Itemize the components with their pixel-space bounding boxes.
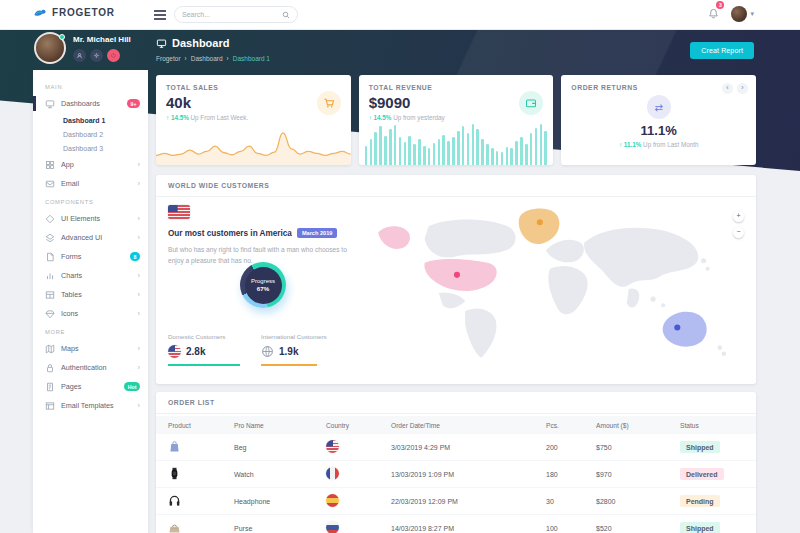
search-input[interactable]	[182, 11, 282, 18]
table-row: Watch13/03/2019 1:09 PM180$970Delivered	[156, 461, 756, 488]
revenue-bar	[389, 129, 392, 165]
map-country-usa	[424, 259, 496, 291]
sidebar-item-app[interactable]: App›	[33, 155, 148, 174]
revenue-bar	[525, 144, 528, 165]
order-date: 3/03/2019 4:29 PM	[391, 444, 546, 451]
sidebar-subitem-dashboard-1[interactable]: Dashboard 1	[33, 113, 148, 127]
layers-icon	[45, 233, 55, 243]
topbar-actions: 3 ▾	[708, 5, 754, 23]
revenue-bar	[515, 141, 518, 165]
breadcrumb-item[interactable]: Frogetor	[156, 55, 181, 62]
column-header-order-date-time: Order Date/Time	[391, 422, 546, 429]
notifications-button[interactable]: 3	[708, 5, 719, 23]
sidebar-item-authentication[interactable]: Authentication›	[33, 358, 148, 377]
map-zoom-out-button[interactable]: −	[733, 227, 744, 238]
search-box	[174, 6, 298, 23]
chevron-down-icon[interactable]: ▾	[750, 10, 754, 18]
status-badge: Delivered	[680, 468, 724, 480]
online-status-dot	[59, 34, 65, 40]
grid-icon	[45, 160, 55, 170]
sidebar-item-maps[interactable]: Maps›	[33, 339, 148, 358]
sidebar-item-label: Charts	[61, 271, 132, 280]
revenue-bar	[476, 129, 479, 165]
cart-icon	[323, 97, 335, 109]
page-header: Dashboard Frogetor›Dashboard›Dashboard 1	[156, 37, 270, 62]
sidebar-item-ui-elements[interactable]: UI Elements›	[33, 209, 148, 228]
amount-value: $970	[596, 471, 680, 478]
revenue-bar	[501, 152, 504, 165]
map-icon	[45, 344, 55, 354]
chevron-right-icon: ›	[138, 160, 141, 169]
sidebar-badge: 9+	[127, 99, 140, 108]
sidebar-nav: MAINDashboards9+Dashboard 1Dashboard 2Da…	[33, 70, 148, 533]
table-icon	[45, 290, 55, 300]
map-country-australia	[663, 312, 707, 347]
page-title: Dashboard	[172, 37, 229, 49]
bell-icon	[708, 8, 719, 19]
order-returns-card: ORDER RETURNS ‹ › ⇄ 11.1% ↑ 11.1% Up fro…	[561, 75, 756, 165]
sidebar-item-dashboards[interactable]: Dashboards9+	[33, 94, 148, 113]
create-report-button[interactable]: Creat Report	[690, 42, 754, 59]
user-avatar-small[interactable]	[731, 6, 747, 22]
world-map-svg	[368, 203, 742, 371]
sidebar-item-forms[interactable]: Forms8	[33, 247, 148, 266]
revenue-bar	[423, 146, 426, 165]
sidebar-item-tables[interactable]: Tables›	[33, 285, 148, 304]
map-country-alaska	[378, 226, 410, 249]
sidebar-subitem-dashboard-3[interactable]: Dashboard 3	[33, 141, 148, 155]
world-heading: Our most customers in America	[168, 229, 292, 238]
diamond-icon	[45, 214, 55, 224]
user-avatar-large[interactable]	[34, 32, 66, 64]
revenue-bar	[428, 148, 431, 165]
product-name: Beg	[234, 444, 326, 451]
revenue-bar	[544, 131, 547, 165]
order-table-header: ProductPro NameCountryOrder Date/TimePcs…	[156, 416, 756, 434]
sidebar-item-label: Email Templates	[61, 401, 132, 410]
sidebar-section-label: MAIN	[33, 78, 148, 94]
dashboard-page: FROGETOR 3 ▾	[0, 0, 800, 533]
profile-button[interactable]	[73, 49, 86, 62]
column-header-amount-: Amount ($)	[596, 422, 680, 429]
breadcrumb-item[interactable]: Dashboard 1	[233, 55, 270, 62]
top-navbar: FROGETOR 3 ▾	[0, 0, 800, 30]
breadcrumb-item[interactable]: Dashboard	[191, 55, 223, 62]
chevron-right-icon: ›	[138, 344, 141, 353]
sidebar-item-pages[interactable]: PagesHot	[33, 377, 148, 396]
sidebar-item-label: Maps	[61, 344, 132, 353]
chevron-right-icon: ›	[138, 233, 141, 242]
logout-button[interactable]	[107, 49, 120, 62]
prev-arrow-button[interactable]: ‹	[722, 83, 733, 94]
revenue-bar	[433, 143, 436, 165]
chevron-right-icon: ›	[138, 363, 141, 372]
revenue-bar	[404, 142, 407, 165]
world-wide-customers-panel: WORLD WIDE CUSTOMERS Our most customers …	[156, 175, 756, 384]
watch-icon	[168, 467, 234, 481]
sidebar-item-email-templates[interactable]: Email Templates›	[33, 396, 148, 415]
revenue-bar	[510, 148, 513, 165]
person-icon	[76, 52, 83, 59]
sidebar-item-email[interactable]: Email›	[33, 174, 148, 193]
revenue-bar	[374, 132, 377, 165]
brand-logo[interactable]: FROGETOR	[33, 7, 115, 18]
bag-icon	[168, 440, 234, 454]
sidebar-item-advanced-ui[interactable]: Advanced UI›	[33, 228, 148, 247]
sales-sparkline-chart	[156, 127, 351, 165]
product-name: Headphone	[234, 498, 326, 505]
sidebar-subitem-dashboard-2[interactable]: Dashboard 2	[33, 127, 148, 141]
sidebar-item-icons[interactable]: Icons›	[33, 304, 148, 323]
pcs-value: 100	[546, 525, 596, 532]
map-zoom-in-button[interactable]: +	[733, 211, 744, 222]
menu-toggle-icon[interactable]	[154, 10, 166, 22]
map-marker-usa	[454, 272, 460, 278]
settings-button[interactable]	[90, 49, 103, 62]
sidebar-item-charts[interactable]: Charts›	[33, 266, 148, 285]
search-icon[interactable]	[282, 11, 290, 19]
hero-profile: Mr. Michael Hill	[34, 32, 131, 64]
sidebar-item-label: Tables	[61, 290, 132, 299]
revenue-bar	[418, 139, 421, 165]
gear-icon	[93, 52, 100, 59]
next-arrow-button[interactable]: ›	[737, 83, 748, 94]
sidebar-item-label: Pages	[61, 382, 118, 391]
revenue-bar	[438, 139, 441, 165]
world-map: + −	[368, 203, 742, 371]
